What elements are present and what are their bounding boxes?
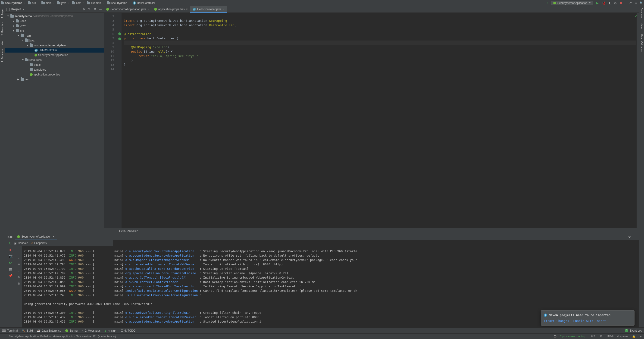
- tree-arrow-icon[interactable]: ▶: [12, 24, 15, 27]
- messages-tool-button[interactable]: ≡0: Messages: [82, 329, 100, 332]
- debug-icon[interactable]: 🐞: [602, 1, 606, 5]
- breadcrumb-item[interactable]: src: [28, 2, 36, 5]
- tool-strip-button[interactable]: Database: [640, 8, 643, 18]
- breadcrumb[interactable]: securtydemo〉src〉main〉java〉com〉example〉se…: [1, 1, 546, 5]
- project-title[interactable]: Project ▼: [11, 8, 25, 11]
- down-icon[interactable]: ↓: [17, 256, 21, 260]
- import-changes-link[interactable]: Import Changes: [544, 318, 569, 323]
- tree-row[interactable]: C HelloController: [5, 48, 104, 52]
- close-icon[interactable]: ×: [53, 235, 54, 238]
- run-config-combo[interactable]: SecurtydemoApplication ▼: [551, 1, 593, 5]
- collapse-icon[interactable]: ⇅: [88, 8, 91, 11]
- layout-icon[interactable]: ▦: [8, 267, 13, 272]
- close-icon[interactable]: ×: [186, 8, 188, 11]
- breadcrumb-item[interactable]: securtydemo: [1, 2, 22, 5]
- tree-arrow-icon[interactable]: ▶: [17, 78, 20, 80]
- tree-row[interactable]: ▶ .idea: [5, 18, 104, 24]
- tree-arrow-icon[interactable]: ▶: [12, 20, 15, 22]
- editor-breadcrumb[interactable]: HelloController: [104, 228, 639, 234]
- build-tool-button[interactable]: 🔨Build: [22, 329, 33, 332]
- todo-tool-button[interactable]: ☑6: TODO: [120, 329, 136, 332]
- breadcrumb-item[interactable]: securtydemo: [107, 2, 127, 5]
- up-icon[interactable]: ↑: [17, 249, 21, 254]
- close-icon[interactable]: ×: [223, 8, 224, 11]
- gear-icon[interactable]: ⚙: [93, 8, 97, 11]
- hide-icon[interactable]: —: [634, 235, 637, 239]
- tree-row[interactable]: ▶ test: [5, 77, 104, 82]
- editor-body[interactable]: 234567891011121314 import org.springfram…: [104, 13, 639, 228]
- tree-row[interactable]: ▼ com.example.securtydemo: [5, 43, 104, 48]
- tree-arrow-icon[interactable]: ▼: [17, 34, 20, 37]
- terminal-tool-button[interactable]: ⌨Terminal: [2, 329, 18, 332]
- search-icon[interactable]: 🔍: [639, 1, 643, 5]
- spring-tool-button[interactable]: Spring: [65, 329, 78, 332]
- caret-position[interactable]: 8:5: [591, 335, 595, 338]
- hide-icon[interactable]: —: [98, 8, 102, 11]
- lock-icon[interactable]: 🔒: [632, 335, 636, 338]
- run-tab[interactable]: SecurtydemoApplication ×: [15, 234, 56, 240]
- editor-tab[interactable]: application.properties×: [152, 6, 190, 12]
- console-output[interactable]: 2019-08-04 16:52:42.071 INFO 960 --- [ m…: [22, 240, 639, 328]
- scroll-icon[interactable]: ⤓: [17, 268, 21, 273]
- close-icon[interactable]: ×: [148, 8, 149, 11]
- file-encoding[interactable]: UTF-8: [606, 335, 614, 338]
- run-gutter-icon[interactable]: [118, 32, 121, 35]
- tree-row[interactable]: ▼ main: [5, 33, 104, 38]
- javaee-tool-button[interactable]: ☕Java Enterprise: [37, 329, 61, 332]
- tool-strip-button[interactable]: 2: Favorites: [1, 22, 4, 36]
- tree-row[interactable]: static: [5, 62, 104, 67]
- processes-link[interactable]: 2 processes running...: [560, 335, 588, 338]
- tree-row[interactable]: ▶ .mvn: [5, 24, 104, 28]
- tree-arrow-icon[interactable]: ▼: [12, 30, 15, 32]
- tree-arrow-icon[interactable]: ▼: [22, 58, 24, 61]
- tool-strip-button[interactable]: 7: Structure: [1, 49, 4, 62]
- run-icon[interactable]: ▶: [595, 1, 600, 5]
- pin-icon[interactable]: 📌: [8, 274, 13, 278]
- tree-row[interactable]: ▼ resources: [5, 58, 104, 62]
- tool-strip-button[interactable]: Maven: [640, 22, 643, 30]
- print-icon[interactable]: 🖶: [17, 275, 21, 280]
- clear-icon[interactable]: 🗑: [17, 281, 21, 286]
- tool-strip-button[interactable]: Web: [1, 40, 4, 45]
- tool-windows-icon[interactable]: [2, 335, 5, 338]
- breadcrumb-item[interactable]: java: [57, 2, 66, 5]
- run-gutter-icon[interactable]: [118, 38, 121, 40]
- tree-root[interactable]: ▼ securtydemo /Volumes/学习项目/securtydemo: [5, 14, 104, 18]
- tree-row[interactable]: SecurtydemoApplication: [5, 52, 104, 58]
- breadcrumb-item[interactable]: com: [72, 2, 82, 5]
- camera-icon[interactable]: 📷: [8, 254, 13, 259]
- enable-auto-import-link[interactable]: Enable Auto-Import: [574, 318, 606, 323]
- breadcrumb-item[interactable]: CHelloController: [133, 2, 155, 5]
- wrap-icon[interactable]: ↩: [17, 262, 21, 266]
- stop-icon[interactable]: [619, 1, 623, 5]
- code-editor[interactable]: import org.springframework.web.bind.anno…: [122, 13, 636, 228]
- vcs-icon[interactable]: ⎇: [628, 1, 632, 5]
- tool-strip-button[interactable]: Bean Validation: [640, 34, 643, 52]
- coverage-icon[interactable]: ◧: [608, 1, 612, 5]
- editor-tab[interactable]: SecurtydemoApplication.java×: [104, 6, 152, 12]
- editor-tab[interactable]: CHelloController.java×: [190, 6, 227, 12]
- tree-row[interactable]: ▼ src: [5, 28, 104, 33]
- breadcrumb-item[interactable]: main: [42, 2, 52, 5]
- hector-icon[interactable]: ☻: [639, 335, 642, 338]
- tree-row[interactable]: ▼ java: [5, 38, 104, 43]
- project-tree[interactable]: ▼ securtydemo /Volumes/学习项目/securtydemo …: [5, 13, 104, 234]
- window-icon[interactable]: ▭: [634, 1, 638, 5]
- actuator-icon[interactable]: ✿: [8, 260, 13, 265]
- tool-strip-button[interactable]: 1: Project: [1, 8, 4, 18]
- tree-row[interactable]: application.properties: [5, 72, 104, 77]
- error-stripe: ✔: [636, 13, 639, 228]
- tree-arrow-icon[interactable]: ▼: [22, 39, 24, 42]
- build-icon[interactable]: ⇩: [546, 1, 549, 5]
- locate-icon[interactable]: ⊕: [82, 8, 86, 11]
- indent-setting[interactable]: 4 spaces: [617, 335, 628, 338]
- tree-row[interactable]: templates: [5, 67, 104, 72]
- event-log-button[interactable]: 1 Event Log: [625, 329, 642, 332]
- profile-icon[interactable]: ◷: [614, 1, 617, 5]
- breadcrumb-item[interactable]: example: [87, 2, 102, 5]
- gear-icon[interactable]: ⚙: [628, 235, 631, 239]
- stop-icon[interactable]: ■: [8, 248, 13, 252]
- tree-arrow-icon[interactable]: ▼: [26, 44, 29, 46]
- line-separator[interactable]: LF: [599, 335, 602, 338]
- run-tool-button[interactable]: ▶4: Run: [105, 329, 116, 332]
